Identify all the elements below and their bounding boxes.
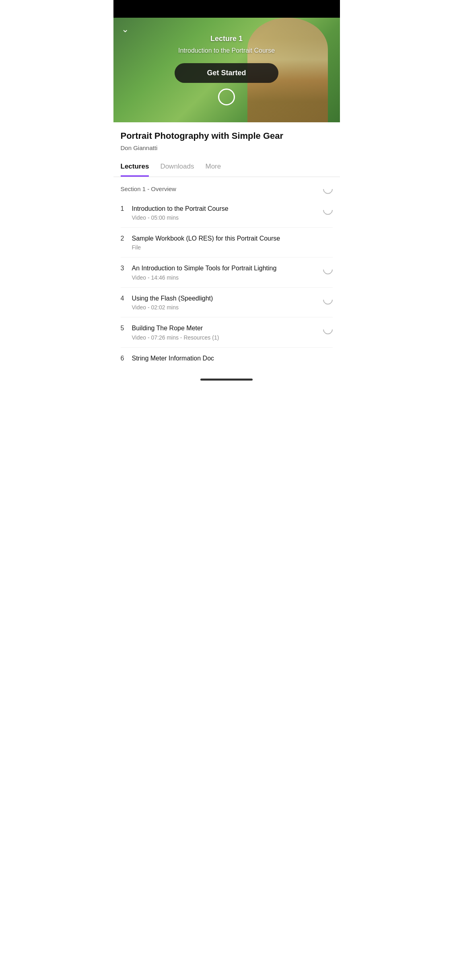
tab-lectures[interactable]: Lectures [121, 158, 149, 177]
progress-circle [218, 89, 235, 105]
lecture-number: 2 [121, 234, 132, 242]
tabs-bar: Lectures Downloads More [113, 158, 340, 177]
lecture-item[interactable]: 5 Building The Rope Meter Video - 07:26 … [121, 317, 333, 347]
lecture-details: Using the Flash (Speedlight) Video - 02:… [132, 294, 318, 311]
lecture-name: Introduction to the Portrait Course [132, 204, 318, 213]
lecture-item[interactable]: 1 Introduction to the Portrait Course Vi… [121, 198, 333, 228]
lecture-name: String Meter Information Doc [132, 354, 333, 363]
section-download-icon[interactable] [321, 182, 335, 196]
hero-subtitle: Introduction to the Portrait Course [175, 46, 278, 55]
lecture-meta: Video - 14:46 mins [132, 274, 318, 281]
course-title: Portrait Photography with Simple Gear [121, 130, 333, 142]
lecture-number: 6 [121, 354, 132, 362]
section-title: Section 1 - Overview [121, 185, 176, 192]
lecture-item[interactable]: 6 String Meter Information Doc [121, 348, 333, 371]
lecture-meta: File [132, 244, 333, 251]
chevron-down-icon[interactable]: ⌄ [121, 24, 129, 35]
lecture-item[interactable]: 4 Using the Flash (Speedlight) Video - 0… [121, 288, 333, 317]
download-icon [321, 203, 335, 217]
course-author: Don Giannatti [121, 144, 333, 151]
lecture-details: Introduction to the Portrait Course Vide… [132, 204, 318, 221]
lecture-number: 1 [121, 204, 132, 212]
tab-more[interactable]: More [205, 158, 221, 177]
lecture-details: An Introduction to Simple Tools for Port… [132, 264, 318, 280]
lecture-item[interactable]: 2 Sample Workbook (LO RES) for this Port… [121, 228, 333, 257]
home-bar-indicator [200, 379, 253, 381]
lecture-details: Building The Rope Meter Video - 07:26 mi… [132, 324, 318, 340]
download-button[interactable] [318, 264, 333, 274]
lecture-name: Sample Workbook (LO RES) for this Portra… [132, 234, 333, 243]
course-info: Portrait Photography with Simple Gear Do… [113, 122, 340, 151]
download-icon [321, 263, 335, 276]
lecture-item[interactable]: 3 An Introduction to Simple Tools for Po… [121, 257, 333, 287]
lecture-details: String Meter Information Doc [132, 354, 333, 364]
get-started-button[interactable]: Get Started [175, 63, 278, 83]
lecture-name: Building The Rope Meter [132, 324, 318, 333]
lecture-meta: Video - 02:02 mins [132, 304, 318, 311]
hero-lecture-label: Lecture 1 [175, 35, 278, 43]
hero-section: ⌄ Lecture 1 Introduction to the Portrait… [113, 18, 340, 122]
download-button[interactable] [318, 204, 333, 215]
lecture-details: Sample Workbook (LO RES) for this Portra… [132, 234, 333, 251]
lecture-list: 1 Introduction to the Portrait Course Vi… [113, 198, 340, 371]
lecture-meta: Video - 05:00 mins [132, 214, 318, 221]
section-1-header: Section 1 - Overview [113, 177, 340, 198]
lecture-number: 4 [121, 294, 132, 302]
tab-downloads[interactable]: Downloads [160, 158, 194, 177]
lecture-meta: Video - 07:26 mins - Resources (1) [132, 334, 318, 341]
download-icon [321, 323, 335, 336]
download-button[interactable] [318, 294, 333, 305]
lecture-name: An Introduction to Simple Tools for Port… [132, 264, 318, 273]
lecture-number: 3 [121, 264, 132, 272]
lecture-number: 5 [121, 324, 132, 332]
status-bar [113, 0, 340, 18]
download-button[interactable] [318, 324, 333, 334]
lecture-name: Using the Flash (Speedlight) [132, 294, 318, 303]
home-bar [113, 375, 340, 388]
download-icon [321, 293, 335, 307]
